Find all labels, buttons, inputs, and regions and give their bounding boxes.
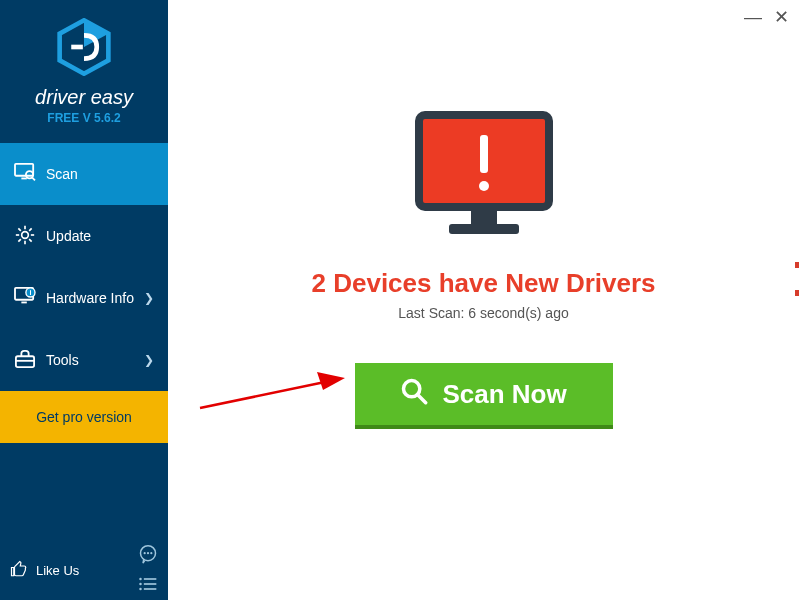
- like-label: Like Us: [36, 563, 79, 578]
- gear-icon: [14, 225, 36, 248]
- search-icon: [400, 377, 428, 412]
- svg-point-25: [150, 552, 152, 554]
- sidebar: driver easy FREE V 5.6.2 Scan: [0, 0, 168, 600]
- svg-point-30: [139, 588, 142, 591]
- svg-rect-35: [449, 224, 519, 234]
- sidebar-item-get-pro[interactable]: Get pro version: [0, 391, 168, 443]
- nav-label: Hardware Info: [46, 290, 134, 306]
- svg-point-24: [147, 552, 149, 554]
- bottom-right-icons: [138, 544, 158, 596]
- menu-icon[interactable]: [138, 576, 158, 596]
- svg-rect-36: [480, 135, 488, 173]
- svg-line-39: [418, 394, 426, 402]
- svg-rect-2: [71, 45, 83, 50]
- content: 2 Devices have New Drivers Last Scan: 6 …: [168, 0, 799, 429]
- svg-point-7: [22, 231, 29, 238]
- svg-point-28: [139, 583, 142, 586]
- sidebar-bottom: Like Us: [0, 540, 168, 600]
- logo-icon: [55, 18, 113, 80]
- app-window: driver easy FREE V 5.6.2 Scan: [0, 0, 799, 600]
- svg-text:i: i: [29, 288, 31, 297]
- svg-rect-20: [16, 356, 34, 367]
- svg-line-14: [18, 239, 21, 242]
- svg-rect-4: [21, 177, 26, 179]
- chevron-right-icon: ❯: [144, 291, 154, 305]
- svg-line-12: [18, 228, 21, 231]
- nav-label: Update: [46, 228, 91, 244]
- alert-monitor-icon: [409, 110, 559, 244]
- toolbox-icon: [14, 349, 36, 372]
- scan-button-label: Scan Now: [442, 379, 566, 410]
- thumbs-up-icon: [10, 560, 28, 581]
- sidebar-item-scan[interactable]: Scan: [0, 143, 168, 205]
- brand-name: driver easy: [0, 86, 168, 109]
- svg-point-26: [139, 578, 142, 581]
- logo-block: driver easy FREE V 5.6.2: [0, 0, 168, 133]
- pro-label: Get pro version: [36, 409, 132, 425]
- like-us-button[interactable]: Like Us: [10, 560, 79, 581]
- minimize-button[interactable]: —: [744, 8, 762, 26]
- svg-rect-34: [471, 210, 497, 224]
- chevron-right-icon: ❯: [144, 353, 154, 367]
- svg-line-15: [29, 228, 31, 231]
- sidebar-item-tools[interactable]: Tools ❯: [0, 329, 168, 391]
- svg-rect-3: [15, 163, 33, 175]
- sidebar-item-update[interactable]: Update: [0, 205, 168, 267]
- headline: 2 Devices have New Drivers: [312, 268, 656, 299]
- sidebar-item-hardware-info[interactable]: i Hardware Info ❯: [0, 267, 168, 329]
- svg-line-6: [32, 177, 35, 180]
- nav-label: Tools: [46, 352, 79, 368]
- window-controls: — ✕: [744, 8, 789, 26]
- decorative-edge: [795, 290, 799, 296]
- svg-point-5: [26, 171, 33, 178]
- main-panel: — ✕ 2 Devices have New Drivers Last Scan…: [168, 0, 799, 600]
- nav-label: Scan: [46, 166, 78, 182]
- last-scan-text: Last Scan: 6 second(s) ago: [398, 305, 568, 321]
- feedback-icon[interactable]: [138, 544, 158, 568]
- svg-line-13: [29, 239, 31, 242]
- svg-rect-17: [21, 301, 26, 303]
- svg-point-37: [479, 181, 489, 191]
- close-button[interactable]: ✕: [774, 8, 789, 26]
- decorative-edge: [795, 262, 799, 268]
- svg-point-23: [144, 552, 146, 554]
- hardware-info-icon: i: [14, 287, 36, 310]
- version-label: FREE V 5.6.2: [0, 111, 168, 125]
- nav: Scan Update: [0, 143, 168, 443]
- monitor-search-icon: [14, 163, 36, 186]
- scan-now-button[interactable]: Scan Now: [355, 363, 613, 429]
